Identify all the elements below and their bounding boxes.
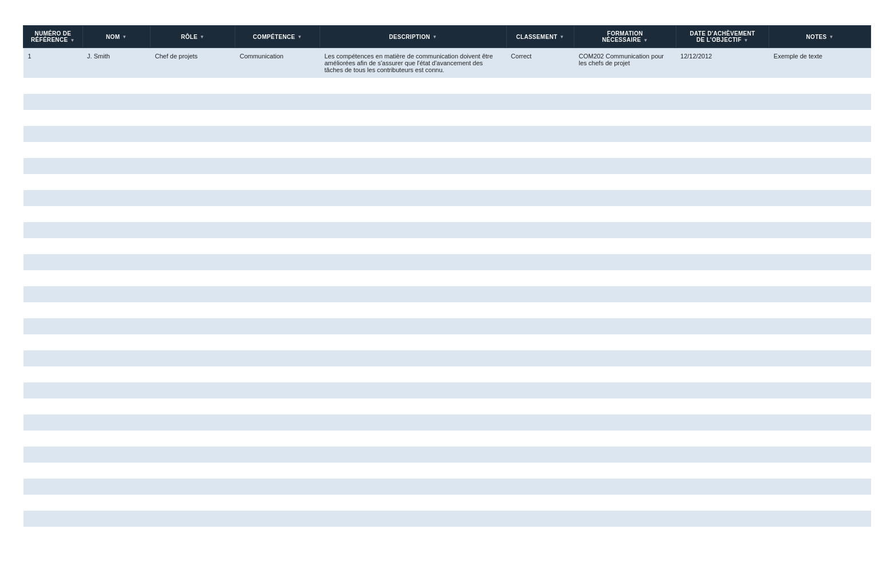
cell-empty-class xyxy=(506,398,574,415)
cell-empty-form xyxy=(574,222,676,238)
cell-empty-desc xyxy=(320,479,506,495)
cell-empty-num xyxy=(23,334,83,350)
dropdown-arrow-icon[interactable]: ▼ xyxy=(432,34,437,40)
cell-empty-nom xyxy=(82,222,150,238)
cell-empty-date xyxy=(676,126,769,142)
cell-empty-nom xyxy=(82,495,150,511)
cell-empty-notes xyxy=(769,158,871,174)
cell-empty-form xyxy=(574,463,676,479)
dropdown-arrow-icon[interactable]: ▼ xyxy=(560,34,564,40)
cell-empty-comp xyxy=(235,190,320,206)
cell-empty-nom xyxy=(82,190,150,206)
dropdown-arrow-icon[interactable]: ▼ xyxy=(122,34,127,40)
col-header-notes: NOTES▼ xyxy=(769,26,871,48)
dropdown-arrow-icon[interactable]: ▼ xyxy=(643,38,648,43)
cell-empty-role xyxy=(150,382,235,398)
cell-empty-role xyxy=(150,174,235,190)
cell-empty-num xyxy=(23,222,83,238)
dropdown-arrow-icon[interactable]: ▼ xyxy=(744,38,749,43)
table-row xyxy=(23,479,871,495)
table-row xyxy=(23,382,871,398)
cell-empty-nom xyxy=(82,174,150,190)
cell-empty-date xyxy=(676,398,769,415)
cell-empty-date xyxy=(676,318,769,334)
cell-empty-num xyxy=(23,382,83,398)
table-row xyxy=(23,158,871,174)
cell-class: Correct xyxy=(506,48,574,78)
cell-empty-date xyxy=(676,286,769,302)
col-header-form: FORMATIONNÉCESSAIRE▼ xyxy=(574,26,676,48)
cell-empty-date xyxy=(676,158,769,174)
cell-empty-form xyxy=(574,382,676,398)
dropdown-arrow-icon[interactable]: ▼ xyxy=(829,34,834,40)
table-row xyxy=(23,286,871,302)
dropdown-arrow-icon[interactable]: ▼ xyxy=(70,38,74,43)
cell-num: 1 xyxy=(23,48,83,78)
cell-empty-class xyxy=(506,190,574,206)
cell-empty-num xyxy=(23,158,83,174)
cell-empty-notes xyxy=(769,270,871,286)
cell-empty-class xyxy=(506,366,574,382)
cell-empty-comp xyxy=(235,78,320,94)
table-row xyxy=(23,190,871,206)
cell-empty-notes xyxy=(769,447,871,463)
cell-empty-form xyxy=(574,479,676,495)
cell-empty-role xyxy=(150,206,235,222)
cell-empty-form xyxy=(574,174,676,190)
dropdown-arrow-icon[interactable]: ▼ xyxy=(297,34,302,40)
cell-empty-nom xyxy=(82,302,150,318)
cell-empty-notes xyxy=(769,302,871,318)
dropdown-arrow-icon[interactable]: ▼ xyxy=(200,34,204,40)
cell-empty-nom xyxy=(82,479,150,495)
cell-empty-nom xyxy=(82,350,150,366)
cell-empty-role xyxy=(150,270,235,286)
cell-empty-comp xyxy=(235,126,320,142)
cell-empty-form xyxy=(574,431,676,447)
cell-empty-nom xyxy=(82,382,150,398)
table-row xyxy=(23,495,871,511)
cell-empty-notes xyxy=(769,382,871,398)
cell-empty-notes xyxy=(769,479,871,495)
cell-empty-comp xyxy=(235,158,320,174)
cell-empty-nom xyxy=(82,126,150,142)
table-row xyxy=(23,431,871,447)
cell-empty-nom xyxy=(82,142,150,158)
cell-empty-role xyxy=(150,318,235,334)
cell-empty-notes xyxy=(769,174,871,190)
cell-empty-form xyxy=(574,286,676,302)
cell-empty-nom xyxy=(82,110,150,126)
cell-empty-date xyxy=(676,206,769,222)
cell-empty-desc xyxy=(320,286,506,302)
cell-empty-comp xyxy=(235,254,320,270)
cell-empty-date xyxy=(676,334,769,350)
cell-empty-class xyxy=(506,206,574,222)
col-header-class: CLASSEMENT▼ xyxy=(506,26,574,48)
cell-empty-role xyxy=(150,286,235,302)
cell-empty-comp xyxy=(235,431,320,447)
cell-empty-notes xyxy=(769,94,871,110)
table-row xyxy=(23,366,871,382)
cell-empty-comp xyxy=(235,334,320,350)
cell-empty-class xyxy=(506,479,574,495)
cell-empty-role xyxy=(150,110,235,126)
cell-empty-class xyxy=(506,302,574,318)
cell-empty-desc xyxy=(320,110,506,126)
cell-empty-form xyxy=(574,94,676,110)
cell-empty-nom xyxy=(82,286,150,302)
cell-empty-class xyxy=(506,94,574,110)
cell-empty-notes xyxy=(769,222,871,238)
cell-empty-class xyxy=(506,270,574,286)
cell-empty-comp xyxy=(235,174,320,190)
cell-empty-desc xyxy=(320,318,506,334)
cell-empty-class xyxy=(506,238,574,254)
cell-empty-nom xyxy=(82,415,150,431)
cell-empty-comp xyxy=(235,110,320,126)
cell-empty-role xyxy=(150,158,235,174)
table-row xyxy=(23,126,871,142)
cell-empty-form xyxy=(574,238,676,254)
cell-empty-comp xyxy=(235,94,320,110)
cell-empty-nom xyxy=(82,511,150,527)
cell-empty-desc xyxy=(320,270,506,286)
cell-empty-form xyxy=(574,254,676,270)
cell-empty-class xyxy=(506,142,574,158)
